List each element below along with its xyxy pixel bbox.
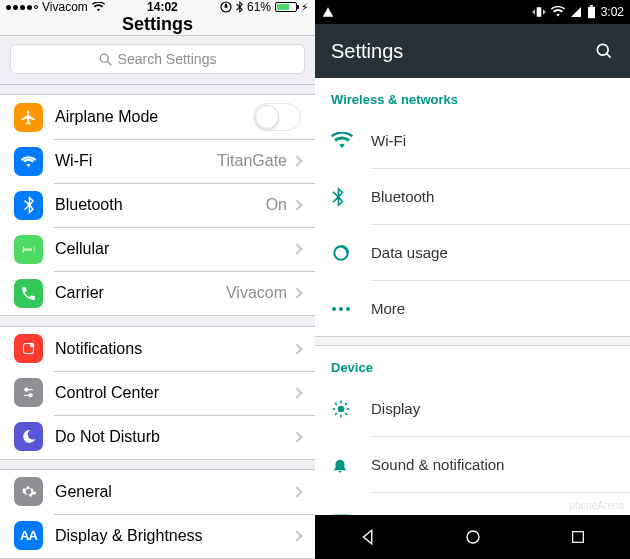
row-label: Notifications xyxy=(55,340,293,358)
phone-icon xyxy=(14,279,43,308)
row-label: Bluetooth xyxy=(371,188,614,205)
android-content: Wireless & networks Wi-Fi Bluetooth Data… xyxy=(315,78,630,515)
search-placeholder: Search Settings xyxy=(118,51,217,67)
svg-point-4 xyxy=(30,343,35,348)
chevron-right-icon xyxy=(291,200,302,211)
row-bluetooth[interactable]: Bluetooth On xyxy=(0,183,315,227)
wifi-icon xyxy=(331,132,371,150)
svg-point-18 xyxy=(338,405,345,412)
row-notifications[interactable]: Notifications xyxy=(0,327,315,371)
row-detail: TitanGate xyxy=(217,152,287,170)
battery-icon xyxy=(275,2,297,12)
android-status-bar: 3:02 xyxy=(315,0,630,24)
row-display[interactable]: Display xyxy=(315,381,630,436)
airplane-switch[interactable] xyxy=(253,103,301,131)
row-label: Airplane Mode xyxy=(55,108,253,126)
row-label: More xyxy=(371,300,614,317)
svg-rect-10 xyxy=(588,7,595,18)
row-bluetooth[interactable]: Bluetooth xyxy=(315,169,630,224)
wifi-icon xyxy=(551,6,565,18)
row-detail: On xyxy=(266,196,287,214)
row-label: Data usage xyxy=(371,244,614,261)
svg-line-24 xyxy=(345,413,347,415)
ios-page-title: Settings xyxy=(0,14,315,36)
wifi-icon xyxy=(14,147,43,176)
ios-search-wrap: Search Settings xyxy=(0,36,315,85)
row-label: Carrier xyxy=(55,284,226,302)
row-detail: Vivacom xyxy=(226,284,287,302)
chevron-right-icon xyxy=(291,387,302,398)
chevron-right-icon xyxy=(291,244,302,255)
ios-status-bar: Vivacom 14:02 61% ⚡︎ xyxy=(0,0,315,14)
row-sound[interactable]: Sound & notification xyxy=(315,437,630,492)
wifi-status-icon xyxy=(92,2,105,12)
notification-triangle-icon xyxy=(321,5,335,19)
notifications-icon xyxy=(14,334,43,363)
chevron-right-icon xyxy=(291,486,302,497)
status-carrier: Vivacom xyxy=(42,0,88,14)
bluetooth-icon xyxy=(331,187,371,207)
data-usage-icon xyxy=(331,243,371,263)
bluetooth-status-icon xyxy=(236,1,243,13)
watermark: phoneArena xyxy=(570,500,625,511)
control-center-icon xyxy=(14,378,43,407)
row-more[interactable]: More xyxy=(315,281,630,336)
row-label: General xyxy=(55,483,293,501)
signal-icon xyxy=(570,6,582,18)
row-label: Wi-Fi xyxy=(55,152,217,170)
row-display-brightness[interactable]: AA Display & Brightness xyxy=(0,514,315,558)
display-icon xyxy=(331,399,371,419)
status-battery-pct: 61% xyxy=(247,0,271,14)
vibrate-icon xyxy=(532,5,546,19)
cellular-icon xyxy=(14,235,43,264)
bluetooth-icon xyxy=(14,191,43,220)
row-airplane-mode[interactable]: Airplane Mode xyxy=(0,95,315,139)
row-label: Wi-Fi xyxy=(371,132,614,149)
search-input[interactable]: Search Settings xyxy=(10,44,305,74)
row-label: Cellular xyxy=(55,240,293,258)
row-label: Display xyxy=(371,400,614,417)
chevron-right-icon xyxy=(291,288,302,299)
row-wifi[interactable]: Wi-Fi xyxy=(315,113,630,168)
android-settings-pane: 3:02 Settings Wireless & networks Wi-Fi … xyxy=(315,0,630,559)
home-button[interactable] xyxy=(462,526,484,548)
row-label: Sound & notification xyxy=(371,456,614,473)
airplane-icon xyxy=(14,103,43,132)
svg-point-8 xyxy=(29,394,32,397)
more-icon xyxy=(331,305,371,313)
svg-rect-9 xyxy=(536,7,541,16)
row-label: Bluetooth xyxy=(55,196,266,214)
status-time: 14:02 xyxy=(147,0,178,14)
chevron-right-icon xyxy=(291,156,302,167)
row-dnd[interactable]: Do Not Disturb xyxy=(0,415,315,459)
row-wifi[interactable]: Wi-Fi TitanGate xyxy=(0,139,315,183)
ios-settings-pane: Vivacom 14:02 61% ⚡︎ Settings Search Set… xyxy=(0,0,315,559)
svg-point-30 xyxy=(467,531,479,543)
row-data-usage[interactable]: Data usage xyxy=(315,225,630,280)
status-time: 3:02 xyxy=(601,5,624,19)
svg-point-6 xyxy=(25,388,28,391)
section-title-wireless: Wireless & networks xyxy=(315,78,630,113)
search-button[interactable] xyxy=(594,41,614,61)
section-title-device: Device xyxy=(315,346,630,381)
row-carrier[interactable]: Carrier Vivacom xyxy=(0,271,315,315)
bell-icon xyxy=(331,455,371,475)
row-control-center[interactable]: Control Center xyxy=(0,371,315,415)
moon-icon xyxy=(14,422,43,451)
svg-line-13 xyxy=(607,54,611,58)
row-cellular[interactable]: Cellular xyxy=(0,227,315,271)
charging-icon: ⚡︎ xyxy=(301,1,309,14)
chevron-right-icon xyxy=(291,431,302,442)
svg-line-26 xyxy=(345,403,347,405)
android-appbar: Settings xyxy=(315,24,630,78)
svg-point-15 xyxy=(332,307,336,311)
row-label: Display & Brightness xyxy=(55,527,293,545)
row-general[interactable]: General xyxy=(0,470,315,514)
search-icon xyxy=(99,53,112,66)
svg-rect-11 xyxy=(590,5,593,7)
orientation-lock-icon xyxy=(220,1,232,13)
ios-group-network: Airplane Mode Wi-Fi TitanGate Bluetooth … xyxy=(0,94,315,316)
recents-button[interactable] xyxy=(567,526,589,548)
back-button[interactable] xyxy=(357,526,379,548)
signal-dots-icon xyxy=(6,5,38,10)
